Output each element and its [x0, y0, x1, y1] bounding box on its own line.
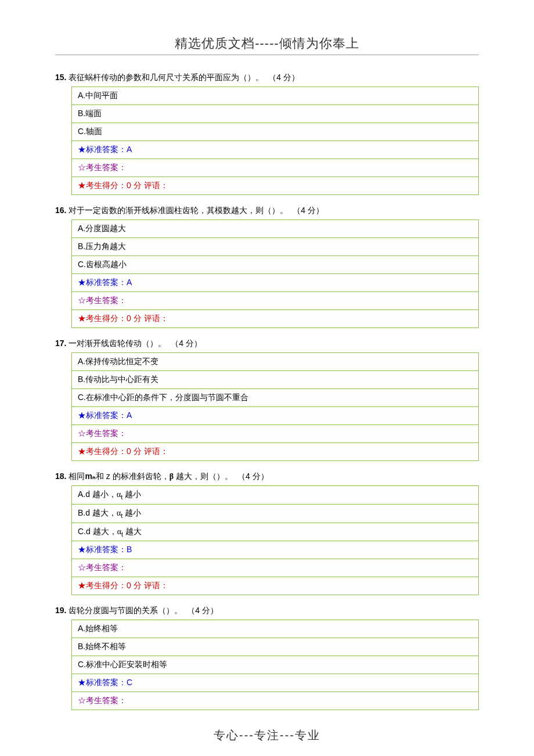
question-content: 对于一定齿数的渐开线标准圆柱齿轮，其模数越大，则（）。 （4 分） [68, 206, 479, 216]
score-prefix: ★考生得分： [78, 314, 127, 323]
question-content: 表征蜗杆传动的参数和几何尺寸关系的平面应为（）。 （4 分） [68, 73, 479, 83]
option-a: A.始终相等 [72, 620, 479, 638]
candidate-answer: ☆考生答案： [72, 292, 479, 310]
option-b: B.端面 [72, 105, 479, 123]
comment-label: 评语： [142, 447, 168, 456]
symbol-alpha: α [117, 527, 121, 536]
question-content: 相同mₙ和 z 的标准斜齿轮，β 越大，则（）。 （4 分） [68, 471, 479, 482]
option-b: B.压力角越大 [72, 238, 479, 256]
score-prefix: ★考生得分： [78, 181, 127, 190]
option-a: A.分度圆越大 [72, 220, 479, 238]
question-points: （4 分） [268, 73, 300, 82]
opt-pre: A.d 越小， [78, 489, 117, 499]
q-mid1: 和 z 的标准斜齿轮， [96, 471, 169, 481]
question-number: 18. [55, 471, 66, 481]
symbol-beta: β [169, 472, 174, 481]
question-text: 16. 对于一定齿数的渐开线标准圆柱齿轮，其模数越大，则（）。 （4 分） [55, 206, 479, 216]
question-number: 15. [55, 73, 66, 82]
score-value: 0 分 [127, 314, 142, 323]
std-prefix: ★标准答案： [78, 145, 127, 154]
std-value: B [127, 545, 132, 554]
cand-prefix: ☆考生答案： [78, 696, 127, 705]
question-18: 18. 相同mₙ和 z 的标准斜齿轮，β 越大，则（）。 （4 分） A.d 越… [55, 471, 479, 595]
candidate-answer: ☆考生答案： [72, 159, 479, 177]
score-value: 0 分 [127, 181, 142, 190]
option-c: C.d 越大，αt 越大 [72, 523, 479, 541]
std-prefix: ★标准答案： [78, 278, 127, 287]
page-footer: 专心---专注---专业 [0, 728, 534, 743]
option-c: C.齿根高越小 [72, 256, 479, 274]
question-points: （4 分） [171, 339, 202, 348]
q-mid2: 越大，则（）。 [174, 471, 233, 481]
std-prefix: ★标准答案： [78, 678, 127, 687]
cand-prefix: ☆考生答案： [78, 563, 127, 572]
question-content: 一对渐开线齿轮传动（）。 （4 分） [68, 339, 479, 349]
answer-table: A.分度圆越大 B.压力角越大 C.齿根高越小 ★标准答案：A ☆考生答案： ★… [71, 219, 479, 328]
question-content: 齿轮分度圆与节圆的关系（）。 （4 分） [68, 606, 479, 616]
comment-label: 评语： [142, 314, 168, 323]
option-c: C.轴面 [72, 123, 479, 141]
question-text: 17. 一对渐开线齿轮传动（）。 （4 分） [55, 339, 479, 349]
candidate-score: ★考生得分：0 分 评语： [72, 443, 479, 461]
opt-post: 越大 [123, 527, 142, 536]
standard-answer: ★标准答案：A [72, 274, 479, 292]
option-a: A.中间平面 [72, 87, 479, 105]
question-number: 17. [55, 339, 66, 348]
question-stem: 表征蜗杆传动的参数和几何尺寸关系的平面应为（）。 [68, 73, 264, 82]
candidate-answer: ☆考生答案： [72, 692, 479, 710]
question-text: 18. 相同mₙ和 z 的标准斜齿轮，β 越大，则（）。 （4 分） [55, 471, 479, 482]
page-header: 精选优质文档-----倾情为你奉上 [55, 35, 479, 55]
option-c: C.在标准中心距的条件下，分度圆与节圆不重合 [72, 389, 479, 407]
question-stem: 一对渐开线齿轮传动（）。 [68, 339, 166, 348]
candidate-score: ★考生得分：0 分 评语： [72, 577, 479, 595]
question-17: 17. 一对渐开线齿轮传动（）。 （4 分） A.保持传动比恒定不变 B.传动比… [55, 339, 479, 461]
symbol-mn: mₙ [85, 471, 95, 481]
standard-answer: ★标准答案：A [72, 141, 479, 159]
comment-label: 评语： [142, 581, 168, 590]
opt-post: 越小 [122, 489, 141, 499]
candidate-score: ★考生得分：0 分 评语： [72, 310, 479, 328]
q-pre: 相同 [68, 471, 85, 481]
cand-prefix: ☆考生答案： [78, 296, 127, 305]
answer-table: A.始终相等 B.始终不相等 C.标准中心距安装时相等 ★标准答案：C ☆考生答… [71, 620, 479, 710]
comment-label: 评语： [142, 181, 168, 190]
opt-post: 越小 [122, 508, 141, 517]
answer-table: A.保持传动比恒定不变 B.传动比与中心距有关 C.在标准中心距的条件下，分度圆… [71, 352, 479, 461]
score-value: 0 分 [127, 447, 142, 456]
candidate-score: ★考生得分：0 分 评语： [72, 177, 479, 195]
question-stem: 对于一定齿数的渐开线标准圆柱齿轮，其模数越大，则（）。 [68, 206, 288, 215]
candidate-answer: ☆考生答案： [72, 559, 479, 577]
question-points: （4 分） [237, 471, 269, 481]
score-value: 0 分 [127, 581, 142, 590]
standard-answer: ★标准答案：C [72, 674, 479, 692]
option-a: A.保持传动比恒定不变 [72, 353, 479, 371]
option-a: A.d 越小，αt 越小 [72, 486, 479, 505]
standard-answer: ★标准答案：A [72, 407, 479, 425]
question-stem: 齿轮分度圆与节圆的关系（）。 [68, 606, 182, 615]
question-points: （4 分） [187, 606, 218, 615]
cand-prefix: ☆考生答案： [78, 429, 127, 438]
option-b: B.d 越大，αt 越小 [72, 504, 479, 523]
question-16: 16. 对于一定齿数的渐开线标准圆柱齿轮，其模数越大，则（）。 （4 分） A.… [55, 206, 479, 328]
std-value: C [127, 678, 132, 687]
question-number: 16. [55, 206, 66, 215]
cand-prefix: ☆考生答案： [78, 163, 127, 172]
std-prefix: ★标准答案： [78, 411, 127, 420]
question-points: （4 分） [293, 206, 324, 215]
answer-table: A.中间平面 B.端面 C.轴面 ★标准答案：A ☆考生答案： ★考生得分：0 … [71, 87, 479, 195]
answer-table: A.d 越小，αt 越小 B.d 越大，αt 越小 C.d 越大，αt 越大 ★… [71, 485, 479, 595]
question-19: 19. 齿轮分度圆与节圆的关系（）。 （4 分） A.始终相等 B.始终不相等 … [55, 606, 479, 710]
score-prefix: ★考生得分： [78, 581, 127, 590]
question-number: 19. [55, 606, 66, 615]
question-text: 15. 表征蜗杆传动的参数和几何尺寸关系的平面应为（）。 （4 分） [55, 73, 479, 83]
standard-answer: ★标准答案：B [72, 541, 479, 559]
option-c: C.标准中心距安装时相等 [72, 656, 479, 674]
question-15: 15. 表征蜗杆传动的参数和几何尺寸关系的平面应为（）。 （4 分） A.中间平… [55, 73, 479, 195]
opt-pre: B.d 越大， [78, 508, 117, 517]
std-value: A [127, 145, 132, 154]
option-b: B.传动比与中心距有关 [72, 371, 479, 389]
option-b: B.始终不相等 [72, 638, 479, 656]
opt-pre: C.d 越大， [78, 527, 117, 536]
score-prefix: ★考生得分： [78, 447, 127, 456]
candidate-answer: ☆考生答案： [72, 425, 479, 443]
